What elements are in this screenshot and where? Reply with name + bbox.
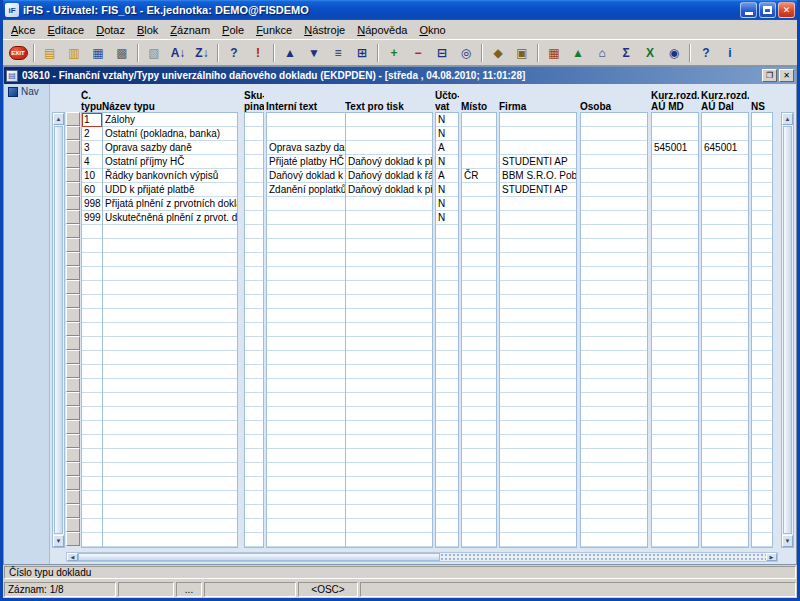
record-selector[interactable] [66, 504, 80, 518]
cell-uctovat[interactable] [436, 393, 458, 407]
cell-ns[interactable] [752, 491, 772, 505]
cell-interni[interactable] [267, 127, 345, 141]
cell-uctovat[interactable] [436, 351, 458, 365]
cell-kurz_dal[interactable] [702, 407, 748, 421]
cell-kurz_md[interactable] [652, 169, 698, 183]
cell-uctovat[interactable]: N [436, 183, 458, 197]
cell-firma[interactable] [500, 449, 576, 463]
cell-kurz_dal[interactable] [702, 281, 748, 295]
cell-nazev[interactable] [103, 519, 237, 533]
menu-blok[interactable]: Blok [131, 22, 164, 38]
cell-nazev[interactable] [103, 267, 237, 281]
cell-skupina[interactable] [245, 211, 263, 225]
cell-osoba[interactable] [581, 463, 647, 477]
cell-interni[interactable] [267, 225, 345, 239]
cell-interni[interactable] [267, 463, 345, 477]
cell-kurz_dal[interactable] [702, 267, 748, 281]
cell-osoba[interactable] [581, 337, 647, 351]
insert-record-button[interactable]: + [383, 42, 405, 64]
cell-misto[interactable] [462, 519, 496, 533]
cell-kurz_md[interactable] [652, 491, 698, 505]
home-button[interactable]: ⌂ [591, 42, 613, 64]
cell-typ[interactable] [82, 449, 102, 463]
cell-osoba[interactable] [581, 365, 647, 379]
cell-kurz_md[interactable] [652, 365, 698, 379]
cell-kurz_dal[interactable] [702, 379, 748, 393]
print-button[interactable]: ▩ [111, 42, 133, 64]
cell-tisk[interactable] [346, 435, 432, 449]
cell-tisk[interactable] [346, 323, 432, 337]
cell-nazev[interactable] [103, 477, 237, 491]
cell-typ[interactable]: 4 [82, 155, 102, 169]
cell-ns[interactable] [752, 169, 772, 183]
cell-tisk[interactable] [346, 449, 432, 463]
cell-osoba[interactable] [581, 183, 647, 197]
nav-panel[interactable]: Nav [4, 84, 50, 564]
cell-uctovat[interactable] [436, 253, 458, 267]
cell-ns[interactable] [752, 323, 772, 337]
window-titlebar[interactable]: iF iFIS - Uživatel: FIS_01 - Ek.jednotka… [3, 0, 797, 20]
cell-firma[interactable] [500, 491, 576, 505]
cell-uctovat[interactable] [436, 281, 458, 295]
cell-nazev[interactable]: Oprava sazby daně [103, 141, 237, 155]
cell-uctovat[interactable] [436, 365, 458, 379]
menu-nastroje[interactable]: Nástroje [298, 22, 351, 38]
cell-nazev[interactable]: Ostatní příjmy HČ [103, 155, 237, 169]
cell-nazev[interactable] [103, 295, 237, 309]
cell-osoba[interactable] [581, 435, 647, 449]
cell-uctovat[interactable] [436, 267, 458, 281]
cell-kurz_dal[interactable]: 645001 [702, 141, 748, 155]
cell-firma[interactable]: BBM S.R.O. Pobočk [500, 169, 576, 183]
record-selector[interactable] [66, 532, 80, 546]
cell-kurz_md[interactable] [652, 267, 698, 281]
record-selector[interactable] [66, 196, 80, 210]
cell-tisk[interactable] [346, 211, 432, 225]
cell-firma[interactable] [500, 519, 576, 533]
cell-uctovat[interactable] [436, 309, 458, 323]
cell-firma[interactable] [500, 421, 576, 435]
cell-uctovat[interactable]: A [436, 169, 458, 183]
cell-firma[interactable] [500, 351, 576, 365]
cell-nazev[interactable] [103, 225, 237, 239]
cell-kurz_md[interactable] [652, 281, 698, 295]
cell-firma[interactable] [500, 477, 576, 491]
cell-misto[interactable] [462, 463, 496, 477]
cell-interni[interactable] [267, 435, 345, 449]
scroll-up-button[interactable]: ▲ [782, 113, 793, 125]
cell-kurz_md[interactable] [652, 463, 698, 477]
record-selector[interactable] [66, 210, 80, 224]
cell-typ[interactable] [82, 239, 102, 253]
cell-osoba[interactable] [581, 239, 647, 253]
cell-firma[interactable] [500, 253, 576, 267]
cell-ns[interactable] [752, 505, 772, 519]
execute-query-button[interactable]: ! [247, 42, 269, 64]
record-selector[interactable] [66, 406, 80, 420]
cell-tisk[interactable] [346, 463, 432, 477]
cell-skupina[interactable] [245, 393, 263, 407]
cell-ns[interactable] [752, 295, 772, 309]
record-selector[interactable] [66, 252, 80, 266]
cell-tisk[interactable] [346, 309, 432, 323]
cell-tisk[interactable] [346, 407, 432, 421]
cell-kurz_md[interactable] [652, 393, 698, 407]
cell-osoba[interactable] [581, 323, 647, 337]
cell-typ[interactable] [82, 519, 102, 533]
cell-typ[interactable] [82, 323, 102, 337]
record-selector[interactable] [66, 294, 80, 308]
record-selector[interactable] [66, 350, 80, 364]
cell-misto[interactable] [462, 281, 496, 295]
cell-firma[interactable] [500, 435, 576, 449]
cell-kurz_md[interactable] [652, 421, 698, 435]
cell-kurz_dal[interactable] [702, 239, 748, 253]
cell-misto[interactable] [462, 365, 496, 379]
cell-misto[interactable] [462, 435, 496, 449]
cell-interni[interactable] [267, 477, 345, 491]
record-selector[interactable] [66, 266, 80, 280]
cell-misto[interactable] [462, 225, 496, 239]
cell-kurz_md[interactable] [652, 407, 698, 421]
cell-skupina[interactable] [245, 295, 263, 309]
cell-firma[interactable] [500, 463, 576, 477]
cell-misto[interactable] [462, 267, 496, 281]
cell-misto[interactable] [462, 407, 496, 421]
cell-kurz_md[interactable] [652, 519, 698, 533]
